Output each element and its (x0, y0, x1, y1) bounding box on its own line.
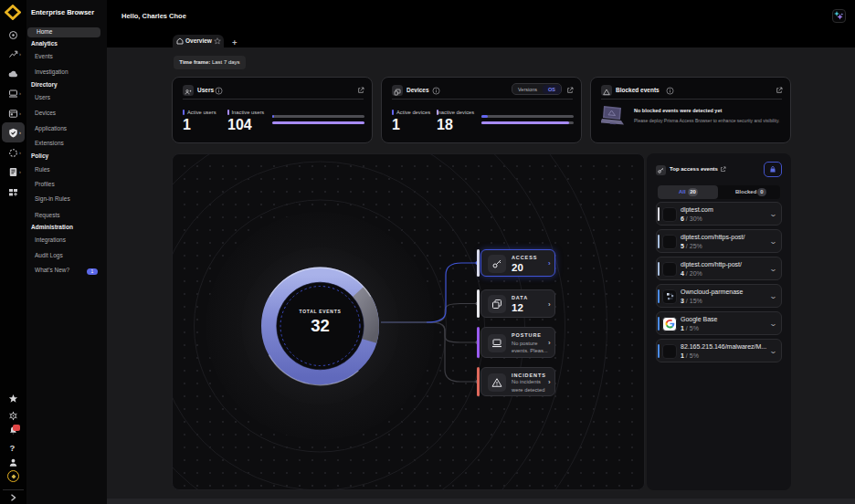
svg-text:TOTAL EVENTS: TOTAL EVENTS (300, 309, 342, 314)
svg-text:32: 32 (311, 316, 330, 335)
